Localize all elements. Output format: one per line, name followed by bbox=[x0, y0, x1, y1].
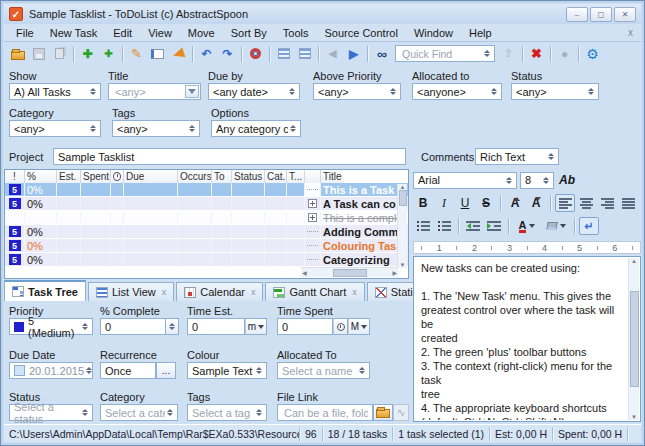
menubar-close-icon[interactable]: x bbox=[628, 27, 637, 38]
tab-close-icon[interactable]: x bbox=[162, 287, 167, 297]
category-combo[interactable]: Select a catego bbox=[100, 404, 178, 421]
comments-scrollbar[interactable]: ▲ ▼ bbox=[628, 258, 639, 420]
tab-list-view[interactable]: List View x bbox=[88, 282, 174, 301]
previous-task-button[interactable]: ◀ bbox=[322, 44, 343, 64]
tab-close-icon[interactable]: x bbox=[251, 287, 256, 297]
tasklist-vertical-scrollbar[interactable]: ▲ ▼ bbox=[397, 184, 407, 268]
task-row[interactable]: 5 0% Colouring Tas bbox=[5, 239, 408, 253]
task-row[interactable]: 5 0% Adding Comm bbox=[5, 225, 408, 239]
recurrence-field[interactable]: Once bbox=[100, 362, 156, 379]
task-icon-button[interactable] bbox=[147, 44, 168, 64]
comments-format-combo[interactable]: Rich Text bbox=[475, 148, 559, 165]
tab-calendar[interactable]: Calendar x bbox=[176, 282, 263, 301]
menu-help[interactable]: Help bbox=[461, 25, 500, 41]
column-cat[interactable]: Cat. bbox=[265, 170, 287, 183]
upload-button[interactable]: ⇧ bbox=[498, 44, 519, 64]
filter-status-combo[interactable]: <any> bbox=[511, 83, 599, 100]
column-priority[interactable]: ! bbox=[5, 170, 25, 183]
open-tasklist-button[interactable] bbox=[7, 44, 28, 64]
maximize-tasklist-button[interactable] bbox=[273, 44, 294, 64]
task-row[interactable]: 5 0% Categorizing bbox=[5, 253, 408, 267]
filter-tags-combo[interactable]: <any> bbox=[112, 120, 200, 137]
preferences-button[interactable]: ⚙ bbox=[582, 44, 603, 64]
menu-file[interactable]: File bbox=[8, 25, 42, 41]
save-button[interactable] bbox=[28, 44, 49, 64]
time-spent-unit-combo[interactable]: M bbox=[348, 318, 370, 335]
tab-gantt-chart[interactable]: Gantt Chart x bbox=[265, 282, 364, 301]
column-occurs[interactable]: Occurs bbox=[178, 170, 212, 183]
close-button[interactable]: ✕ bbox=[614, 7, 636, 22]
menu-edit[interactable]: Edit bbox=[105, 25, 140, 41]
filter-title-input[interactable] bbox=[113, 85, 185, 99]
outdent-button[interactable] bbox=[463, 217, 483, 235]
column-due[interactable]: Due bbox=[124, 170, 178, 183]
filter-show-combo[interactable]: A) All Tasks bbox=[9, 83, 101, 100]
menu-window[interactable]: Window bbox=[406, 25, 461, 41]
menu-tools[interactable]: Tools bbox=[275, 25, 317, 41]
menu-view[interactable]: View bbox=[140, 25, 180, 41]
time-track-button[interactable] bbox=[245, 44, 266, 64]
underline-button[interactable]: U bbox=[455, 194, 475, 212]
file-link-browse-button[interactable] bbox=[373, 404, 393, 421]
justify-button[interactable] bbox=[618, 194, 638, 212]
font-color-button[interactable]: A bbox=[513, 217, 541, 235]
column-spent[interactable]: Spent bbox=[81, 170, 111, 183]
tree-expander[interactable] bbox=[305, 197, 321, 210]
font-family-combo[interactable]: Arial bbox=[413, 172, 517, 189]
strikethrough-button[interactable]: S bbox=[476, 194, 496, 212]
tree-expander[interactable] bbox=[305, 253, 321, 266]
highlight-color-button[interactable] bbox=[542, 217, 570, 235]
menu-source-control[interactable]: Source Control bbox=[317, 25, 406, 41]
time-est-field[interactable]: 0 bbox=[187, 318, 245, 335]
recurrence-browse-button[interactable]: ... bbox=[156, 362, 176, 379]
allocated-to-combo[interactable]: Select a name bbox=[277, 362, 370, 379]
delete-task-button[interactable]: ✖ bbox=[526, 44, 547, 64]
time-est-unit-combo[interactable]: m bbox=[245, 318, 267, 335]
menu-new-task[interactable]: New Task bbox=[42, 25, 105, 41]
redo-button[interactable]: ↷ bbox=[217, 44, 238, 64]
maximize-comments-button[interactable] bbox=[294, 44, 315, 64]
column-title[interactable]: Title bbox=[321, 170, 344, 183]
lock-button[interactable]: ● bbox=[554, 44, 575, 64]
menu-move[interactable]: Move bbox=[180, 25, 223, 41]
new-task-button[interactable]: ✚ bbox=[77, 44, 98, 64]
align-left-button[interactable] bbox=[555, 194, 575, 212]
grow-font-button[interactable]: A bbox=[505, 194, 525, 212]
numbered-list-button[interactable] bbox=[434, 217, 454, 235]
tree-expander[interactable] bbox=[305, 225, 321, 238]
reminder-button[interactable] bbox=[168, 44, 189, 64]
file-link-field[interactable] bbox=[277, 404, 373, 421]
column-to[interactable]: To bbox=[212, 170, 232, 183]
project-input[interactable]: Sample Tasklist bbox=[53, 148, 406, 165]
comments-editor[interactable]: New tasks can be created using: 1. The '… bbox=[413, 256, 641, 422]
minimize-button[interactable]: ‒ bbox=[566, 7, 588, 22]
scroll-right-icon[interactable]: ▶ bbox=[392, 269, 397, 276]
quick-find-combo[interactable] bbox=[395, 45, 495, 62]
align-center-button[interactable] bbox=[576, 194, 596, 212]
filter-allocto-combo[interactable]: <anyone> bbox=[412, 83, 502, 100]
tab-close-icon[interactable]: x bbox=[352, 287, 357, 297]
percent-complete-field[interactable]: 0 bbox=[100, 318, 166, 335]
priority-combo[interactable]: 5 (Medium) bbox=[9, 318, 93, 335]
filter-priority-combo[interactable]: <any> bbox=[313, 83, 401, 100]
maximize-button[interactable]: ◻ bbox=[590, 7, 612, 22]
tasklist-horizontal-scrollbar[interactable]: ◀ ▶ bbox=[301, 267, 398, 277]
status-combo[interactable]: Select a status bbox=[9, 404, 93, 421]
column-t[interactable]: T... bbox=[287, 170, 305, 183]
tree-expander[interactable] bbox=[305, 183, 321, 196]
scroll-down-icon[interactable]: ▼ bbox=[631, 414, 637, 420]
font-size-combo[interactable]: 8 bbox=[520, 172, 554, 189]
tree-expander[interactable] bbox=[305, 239, 321, 252]
font-style-button[interactable]: Ab bbox=[557, 171, 577, 189]
time-track-toggle[interactable] bbox=[333, 318, 348, 335]
title-filter-options-button[interactable] bbox=[185, 85, 199, 98]
scrollbar-thumb[interactable] bbox=[630, 291, 639, 387]
quick-find-input[interactable] bbox=[400, 47, 476, 61]
colour-combo[interactable]: Sample Text bbox=[187, 362, 267, 379]
column-percent[interactable]: % bbox=[25, 170, 57, 183]
word-wrap-button[interactable]: ↵ bbox=[579, 217, 599, 235]
menu-sort-by[interactable]: Sort By bbox=[223, 25, 275, 41]
tab-task-tree[interactable]: Task Tree bbox=[4, 280, 86, 301]
tags-combo[interactable]: Select a tag bbox=[187, 404, 267, 421]
time-spent-field[interactable]: 0 bbox=[277, 318, 333, 335]
